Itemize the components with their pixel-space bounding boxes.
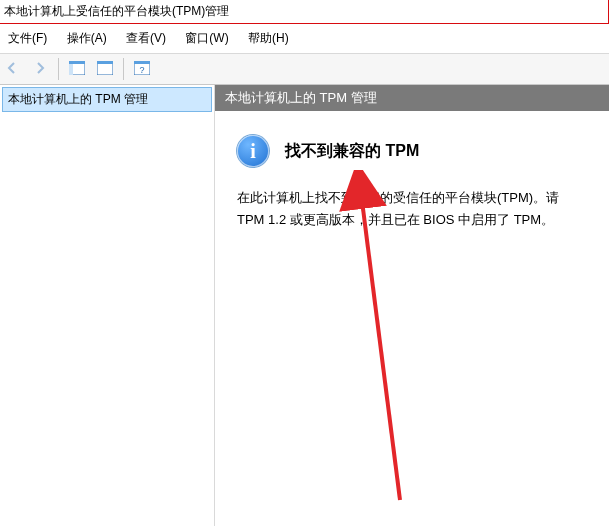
pane-body: i 找不到兼容的 TPM 在此计算机上找不到兼容的受信任的平台模块(TPM)。请… (215, 111, 609, 526)
main-split: 本地计算机上的 TPM 管理 本地计算机上的 TPM 管理 i 找不到兼容的 T… (0, 85, 609, 526)
info-icon-glyph: i (250, 134, 256, 168)
svg-rect-6 (134, 61, 150, 64)
arrow-left-icon (5, 61, 19, 78)
toolbar: ? (0, 54, 609, 85)
menu-view[interactable]: 查看(V) (118, 28, 174, 49)
content-pane: 本地计算机上的 TPM 管理 i 找不到兼容的 TPM 在此计算机上找不到兼容的… (215, 85, 609, 526)
menu-window[interactable]: 窗口(W) (177, 28, 236, 49)
arrow-right-icon (33, 61, 47, 78)
nav-forward-button (28, 57, 52, 81)
status-body-line2: TPM 1.2 或更高版本，并且已在 BIOS 中启用了 TPM。 (237, 209, 587, 231)
status-heading-row: i 找不到兼容的 TPM (237, 135, 587, 167)
svg-rect-2 (69, 64, 73, 75)
status-heading: 找不到兼容的 TPM (285, 137, 419, 164)
toolbar-separator (58, 58, 59, 80)
window-title-text: 本地计算机上受信任的平台模块(TPM)管理 (4, 4, 229, 18)
toolbar-button-3[interactable]: ? (130, 57, 154, 81)
help-icon: ? (134, 61, 150, 78)
status-body-line1: 在此计算机上找不到兼容的受信任的平台模块(TPM)。请 (237, 187, 587, 209)
svg-text:?: ? (139, 65, 144, 75)
nav-back-button (0, 57, 24, 81)
toolbar-separator (123, 58, 124, 80)
svg-rect-1 (69, 61, 85, 64)
menu-help[interactable]: 帮助(H) (240, 28, 297, 49)
window-title: 本地计算机上受信任的平台模块(TPM)管理 (0, 0, 609, 24)
svg-rect-4 (97, 61, 113, 64)
window-icon (97, 61, 113, 78)
tree-pane: 本地计算机上的 TPM 管理 (0, 85, 215, 526)
panel-icon (69, 61, 85, 78)
toolbar-button-2[interactable] (93, 57, 117, 81)
pane-header-text: 本地计算机上的 TPM 管理 (225, 90, 377, 105)
tree-root-node[interactable]: 本地计算机上的 TPM 管理 (2, 87, 212, 112)
menu-file[interactable]: 文件(F) (0, 28, 55, 49)
menubar: 文件(F) 操作(A) 查看(V) 窗口(W) 帮助(H) (0, 24, 609, 54)
toolbar-button-1[interactable] (65, 57, 89, 81)
pane-header: 本地计算机上的 TPM 管理 (215, 85, 609, 111)
tree-root-label: 本地计算机上的 TPM 管理 (8, 92, 148, 106)
menu-action[interactable]: 操作(A) (59, 28, 115, 49)
info-icon: i (237, 135, 269, 167)
